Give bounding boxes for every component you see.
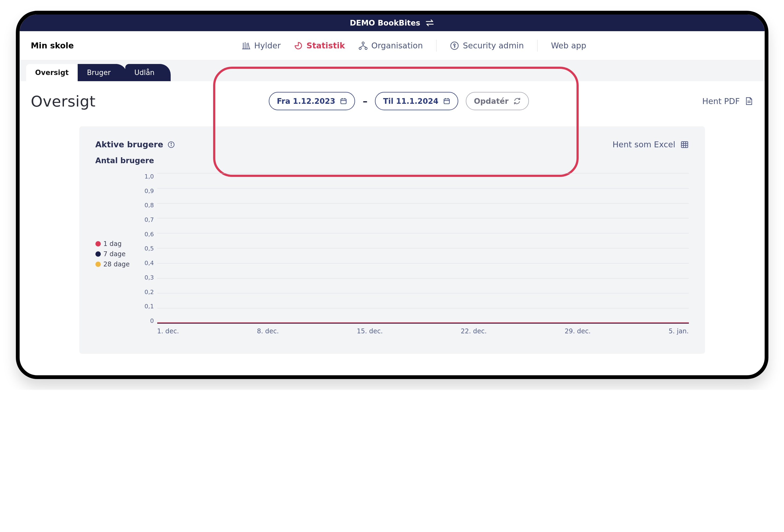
nav-label: Security admin xyxy=(463,41,524,50)
legend-label: 7 dage xyxy=(104,250,126,258)
switch-org-icon[interactable] xyxy=(425,19,434,26)
y-tick: 0,5 xyxy=(145,245,154,252)
svg-point-9 xyxy=(454,44,455,46)
tab-label: Oversigt xyxy=(35,68,69,77)
excel-label: Hent som Excel xyxy=(613,140,675,149)
pdf-icon xyxy=(745,97,753,105)
topbar-title: DEMO BookBites xyxy=(350,19,420,27)
x-tick: 8. dec. xyxy=(257,328,279,335)
info-icon[interactable] xyxy=(167,141,175,148)
tab-label: Bruger xyxy=(87,68,110,77)
legend-item: 28 dage xyxy=(95,260,136,268)
y-tick: 0,6 xyxy=(145,231,154,237)
y-tick: 0 xyxy=(150,317,154,324)
series-line xyxy=(157,322,689,323)
y-tick: 0,3 xyxy=(145,274,154,281)
update-label: Opdatér xyxy=(474,97,508,106)
y-axis: 1,0 0,9 0,8 0,7 0,6 0,5 0,4 0,3 0,2 0,1 … xyxy=(141,173,154,324)
pdf-label: Hent PDF xyxy=(702,96,740,106)
y-tick: 0,9 xyxy=(145,188,154,194)
tab-strip: Oversigt Bruger Udlån xyxy=(20,60,765,81)
y-tick: 0,8 xyxy=(145,202,154,208)
plot-area xyxy=(157,173,689,324)
y-tick: 0,7 xyxy=(145,216,154,223)
svg-rect-12 xyxy=(341,99,346,104)
nav-label: Organisation xyxy=(371,41,423,50)
app-window: DEMO BookBites Min skole Hylder xyxy=(16,11,768,379)
legend-dot xyxy=(95,251,101,257)
org-icon xyxy=(359,41,368,50)
page-title: Oversigt xyxy=(31,92,96,110)
date-to-label: Til 11.1.2024 xyxy=(383,97,438,106)
svg-line-3 xyxy=(248,43,249,49)
x-axis: 1. dec. 8. dec. 15. dec. 22. dec. 29. de… xyxy=(157,324,689,335)
nav-hylder[interactable]: Hylder xyxy=(242,41,281,50)
panel-subtitle: Antal brugere xyxy=(95,156,689,165)
key-icon xyxy=(450,41,459,50)
svg-point-23 xyxy=(171,143,172,144)
tab-udlan[interactable]: Udlån xyxy=(125,64,164,81)
nav-label: Hylder xyxy=(254,41,281,50)
x-tick: 29. dec. xyxy=(565,328,591,335)
tab-label: Udlån xyxy=(134,68,155,77)
legend-item: 7 dage xyxy=(95,250,136,258)
panel-title: Aktive brugere xyxy=(95,140,163,149)
download-pdf-button[interactable]: Hent PDF xyxy=(702,96,753,106)
date-from-button[interactable]: Fra 1.12.2023 xyxy=(269,92,355,110)
legend-item: 1 dag xyxy=(95,240,136,248)
page-body: Oversigt Fra 1.12.2023 – Til 11.1.2024 xyxy=(20,81,765,375)
nav-statistik[interactable]: Statistik xyxy=(294,41,345,50)
legend-label: 1 dag xyxy=(104,240,122,248)
x-tick: 15. dec. xyxy=(357,328,383,335)
active-users-panel: Aktive brugere Hent som Excel xyxy=(79,127,705,354)
y-tick: 0,4 xyxy=(145,260,154,267)
y-tick: 1,0 xyxy=(145,173,154,180)
y-tick: 0,2 xyxy=(145,289,154,296)
x-tick: 1. dec. xyxy=(157,328,179,335)
nav-organisation[interactable]: Organisation xyxy=(359,41,423,50)
refresh-icon xyxy=(513,97,521,105)
date-to-button[interactable]: Til 11.1.2024 xyxy=(375,92,458,110)
nav-label: Web app xyxy=(551,41,586,50)
stats-icon xyxy=(294,41,303,50)
nav-security-admin[interactable]: Security admin xyxy=(450,41,524,50)
calendar-icon xyxy=(340,97,347,105)
date-range-controls: Fra 1.12.2023 – Til 11.1.2024 xyxy=(269,92,529,110)
x-tick: 22. dec. xyxy=(461,328,487,335)
calendar-icon xyxy=(443,97,450,105)
tab-bruger[interactable]: Bruger xyxy=(78,64,120,81)
update-button[interactable]: Opdatér xyxy=(466,92,529,110)
y-tick: 0,1 xyxy=(145,303,154,310)
nav-label: Statistik xyxy=(306,41,345,50)
excel-icon xyxy=(680,140,689,149)
nav-web-app[interactable]: Web app xyxy=(551,41,586,50)
x-tick: 5. jan. xyxy=(669,328,689,335)
shelves-icon xyxy=(242,41,251,50)
chart: 1 dag 7 dage 28 dage 1,0 0,9 xyxy=(95,173,689,335)
legend-dot xyxy=(95,241,101,247)
nav-separator xyxy=(436,40,437,52)
legend-label: 28 dage xyxy=(104,260,130,268)
date-from-label: Fra 1.12.2023 xyxy=(277,97,335,106)
main-nav: Min skole Hylder Statistik xyxy=(20,31,765,60)
download-excel-button[interactable]: Hent som Excel xyxy=(613,140,689,149)
brand-label: Min skole xyxy=(20,41,85,50)
date-separator: – xyxy=(363,96,367,107)
tab-oversigt[interactable]: Oversigt xyxy=(26,64,78,81)
svg-rect-16 xyxy=(444,99,449,104)
topbar: DEMO BookBites xyxy=(20,15,765,31)
svg-rect-25 xyxy=(681,142,688,147)
chart-legend: 1 dag 7 dage 28 dage xyxy=(95,173,136,335)
legend-dot xyxy=(95,261,101,267)
